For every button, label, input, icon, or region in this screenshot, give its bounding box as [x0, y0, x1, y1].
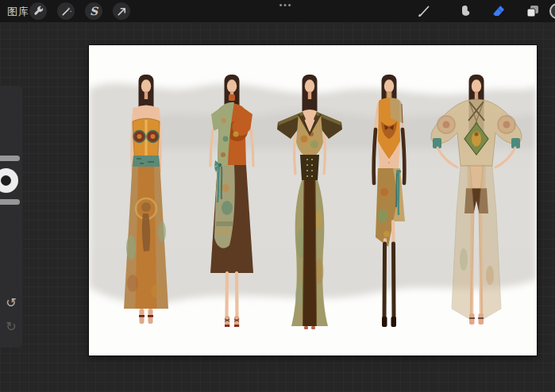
- erase-tool-button[interactable]: [491, 3, 507, 19]
- artwork-fashion-lineup: [89, 45, 537, 355]
- top-toolbar: 图库 S •••: [0, 0, 555, 22]
- brush-size-slider[interactable]: [0, 156, 20, 161]
- eraser-icon: [491, 4, 506, 18]
- layers-button[interactable]: [525, 3, 541, 19]
- adjustments-button[interactable]: [57, 2, 75, 20]
- smudge-finger-icon: [458, 4, 472, 18]
- transform-button[interactable]: [113, 2, 130, 20]
- gallery-button[interactable]: 图库: [7, 5, 29, 19]
- magic-wand-icon: [60, 6, 72, 17]
- brush-sidebar: ↺ ↻: [0, 86, 22, 348]
- transform-arrow-icon: [116, 6, 128, 17]
- selection-button[interactable]: S: [85, 2, 102, 20]
- selection-s-icon: S: [90, 6, 98, 17]
- screen-more-indicator[interactable]: •••: [268, 1, 303, 10]
- layers-icon: [526, 4, 540, 18]
- paintbrush-icon: [417, 4, 431, 18]
- redo-button[interactable]: ↻: [3, 319, 19, 335]
- modify-button-hole: [1, 175, 11, 186]
- opacity-slider[interactable]: [0, 199, 20, 205]
- actions-button[interactable]: [29, 2, 47, 20]
- undo-button[interactable]: ↺: [3, 295, 19, 311]
- smudge-tool-button[interactable]: [457, 3, 473, 19]
- paint-tool-button[interactable]: [416, 3, 432, 19]
- color-swatch-icon[interactable]: [549, 3, 555, 19]
- drawing-canvas[interactable]: [89, 45, 537, 355]
- wrench-icon: [33, 6, 44, 17]
- modify-button[interactable]: [0, 168, 18, 193]
